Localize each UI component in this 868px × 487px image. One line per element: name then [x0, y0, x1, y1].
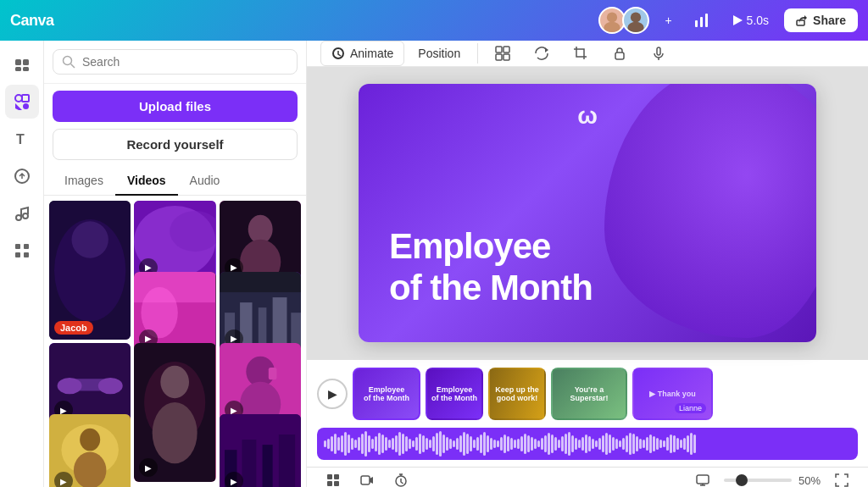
timeline-slide-3[interactable]: Keep up thegood work! — [488, 368, 546, 420]
tab-images[interactable]: Images — [53, 167, 115, 196]
audio-waveform — [317, 428, 858, 460]
svg-rect-57 — [268, 368, 276, 379]
svg-rect-21 — [15, 244, 20, 249]
toolbar-divider — [477, 43, 478, 64]
timeline-slide-4[interactable]: You're aSuperstar! — [551, 368, 627, 420]
wave-bar — [497, 440, 499, 447]
canvas-toolbar: Animate Position — [307, 41, 868, 67]
sidebar-text-button[interactable]: T — [5, 122, 39, 156]
wave-bar — [514, 440, 516, 448]
video-button[interactable] — [354, 468, 380, 487]
wave-bar — [581, 437, 584, 451]
upload-files-button[interactable]: Upload files — [53, 91, 298, 122]
wave-bar — [334, 434, 337, 454]
analytics-button[interactable] — [687, 9, 716, 31]
sidebar-elements-button[interactable] — [5, 85, 39, 119]
monitor-button[interactable] — [690, 468, 715, 487]
timeline-slide-content: Keep up thegood work! — [490, 369, 544, 418]
media-grid: Jacob ▶ ▶ — [44, 196, 306, 488]
share-label: Share — [813, 14, 846, 27]
wave-bar — [598, 438, 601, 450]
zoom-slider[interactable] — [724, 479, 792, 482]
svg-rect-11 — [15, 67, 21, 71]
tab-audio[interactable]: Audio — [178, 167, 232, 196]
svg-point-60 — [80, 429, 100, 451]
fullscreen-button[interactable] — [829, 468, 854, 487]
tab-videos[interactable]: Videos — [115, 167, 178, 196]
wave-bar — [371, 439, 374, 449]
lock-button[interactable] — [602, 41, 637, 66]
wave-bar — [534, 439, 537, 449]
media-item[interactable]: ▶ — [49, 414, 131, 487]
topbar: Canva + 5.0s Share — [0, 0, 868, 41]
sidebar-apps-button[interactable] — [5, 234, 39, 268]
wave-bar — [487, 435, 489, 452]
sidebar-home-button[interactable] — [5, 47, 39, 81]
wave-bar — [449, 439, 452, 449]
wave-bar — [436, 433, 438, 455]
wave-bar — [483, 432, 486, 456]
play-button[interactable]: 5.0s — [725, 10, 776, 30]
sidebar-uploads-button[interactable] — [5, 159, 39, 193]
wave-bar — [612, 437, 615, 451]
wave-bar — [578, 440, 581, 448]
media-item[interactable]: ▶ — [220, 272, 301, 353]
wave-bar — [422, 435, 425, 452]
wave-bar — [520, 436, 523, 451]
search-input[interactable] — [82, 55, 288, 69]
timeline-slide-1[interactable]: Employeeof the Month — [353, 368, 420, 420]
main-layout: T Upload files Record yourself Images Vi… — [0, 41, 868, 487]
animate-button[interactable]: Animate — [320, 41, 404, 66]
svg-rect-68 — [496, 47, 502, 53]
wave-bar — [609, 434, 611, 453]
sidebar-music-button[interactable] — [5, 196, 39, 230]
wave-bar — [470, 436, 472, 451]
wave-bar — [439, 431, 442, 457]
media-item[interactable]: Jacob — [49, 201, 131, 340]
wave-bar — [517, 439, 520, 449]
grid-view-button[interactable] — [320, 468, 346, 487]
svg-rect-12 — [23, 67, 29, 71]
wave-bar — [324, 440, 326, 447]
slide-title-line2: of the Month — [389, 268, 593, 308]
svg-rect-5 — [700, 17, 703, 27]
media-item[interactable]: ▶ — [220, 201, 301, 282]
timeline-slide-content: Employeeof the Month — [427, 369, 481, 418]
play-timeline-button[interactable]: ▶ — [317, 379, 348, 409]
media-item[interactable]: ▶ — [220, 343, 301, 424]
slide-title-line1: Employee — [389, 226, 593, 267]
play-icon: ▶ — [54, 472, 73, 487]
timer-button[interactable] — [388, 468, 414, 487]
wave-bar — [537, 440, 540, 447]
wave-bar — [392, 438, 394, 450]
wave-bar — [595, 440, 598, 447]
wave-bar — [622, 438, 625, 450]
timeline-slide-5[interactable]: ▶ Thank you Lianne — [632, 368, 713, 420]
wave-bar — [453, 440, 455, 447]
media-item[interactable]: ▶ — [134, 272, 215, 353]
wave-bar — [659, 440, 662, 448]
add-collaborator-button[interactable]: + — [658, 10, 678, 30]
refresh-button[interactable] — [524, 41, 559, 66]
record-yourself-button[interactable]: Record yourself — [53, 129, 298, 160]
canvas-slide-wrap[interactable]: ω Employee of the Month — [307, 67, 868, 359]
svg-rect-80 — [361, 476, 370, 484]
svg-rect-23 — [15, 252, 20, 257]
audio-button[interactable] — [641, 41, 676, 66]
search-icon — [62, 55, 75, 69]
wave-bar — [646, 437, 648, 451]
svg-rect-76 — [327, 474, 332, 479]
svg-marker-15 — [15, 103, 22, 110]
position-button[interactable]: Position — [408, 42, 470, 65]
crop-button[interactable] — [563, 41, 598, 66]
share-button[interactable]: Share — [784, 8, 858, 32]
media-item[interactable]: ▶ — [134, 201, 215, 282]
timeline-slide-2[interactable]: Employeeof the Month — [426, 368, 483, 420]
wave-bar — [632, 434, 635, 454]
media-item[interactable]: ▶ — [134, 343, 215, 482]
media-item[interactable]: ▶ — [220, 414, 301, 487]
slide-blob — [604, 84, 816, 338]
media-item[interactable]: ▶ — [49, 343, 131, 424]
wave-bar — [429, 440, 431, 448]
texture-button[interactable] — [485, 41, 520, 66]
